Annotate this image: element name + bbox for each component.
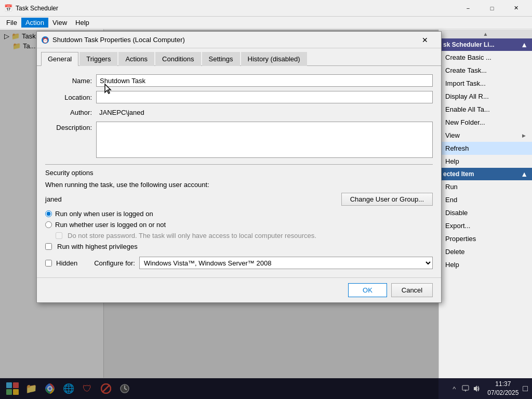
cancel-button[interactable]: Cancel	[391, 283, 433, 297]
minimize-button[interactable]: −	[456, 0, 480, 17]
tab-settings[interactable]: Settings	[202, 52, 240, 66]
security-divider	[45, 164, 433, 165]
clock-date: 07/02/2025	[487, 389, 518, 397]
radio-logged-on-label: Run only when user is logged on	[55, 210, 153, 218]
scroll-up-area: ▲	[439, 30, 532, 38]
properties-dialog: ⏰ Shutdown Task Properties (Local Comput…	[36, 31, 442, 303]
action-help-item[interactable]: Help	[439, 258, 532, 271]
maximize-button[interactable]: □	[480, 0, 504, 17]
tab-actions[interactable]: Actions	[118, 52, 154, 66]
user-account-row: janed Change User or Group...	[45, 193, 433, 206]
radio-logged-on[interactable]	[45, 210, 52, 217]
hidden-label: Hidden	[56, 259, 77, 267]
tab-conditions[interactable]: Conditions	[155, 52, 201, 66]
action-help-scheduler[interactable]: Help	[439, 155, 532, 168]
dialog-close-button[interactable]: ✕	[413, 32, 437, 48]
action-disable[interactable]: Disable	[439, 206, 532, 219]
selected-collapse-icon[interactable]: ▲	[521, 170, 528, 178]
action-refresh[interactable]: Refresh	[439, 142, 532, 155]
dialog-icon: ⏰	[41, 36, 49, 44]
notification-icon[interactable]: □	[523, 384, 528, 393]
actions-section-title: sk Scheduler Li...	[443, 41, 495, 48]
taskbar-right-area: ^ 11:37 07/0	[448, 380, 528, 397]
selected-item-title: ected Item	[443, 170, 474, 178]
actions-section-header[interactable]: sk Scheduler Li... ▲	[439, 38, 532, 51]
no-password-label: Do not store password. The task will onl…	[68, 232, 316, 240]
configure-select[interactable]: Windows Vista™, Windows Server™ 2008 Win…	[139, 257, 433, 269]
no-password-row: Do not store password. The task will onl…	[56, 232, 433, 240]
task-scheduler-actions-section: Create Basic ... Create Task... Import T…	[439, 51, 532, 168]
menu-view[interactable]: View	[48, 18, 71, 28]
window-title: Task Scheduler	[16, 5, 453, 12]
action-delete[interactable]: Delete	[439, 245, 532, 258]
configure-label: Configure for:	[94, 259, 135, 267]
hidden-checkbox[interactable]	[45, 260, 52, 267]
author-label: Author:	[45, 109, 92, 116]
action-properties[interactable]: Properties	[439, 232, 532, 245]
close-button[interactable]: ✕	[504, 0, 528, 17]
tray-monitor-icon[interactable]	[461, 384, 470, 393]
dialog-titlebar: ⏰ Shutdown Task Properties (Local Comput…	[37, 32, 441, 48]
menu-action[interactable]: Action	[21, 18, 48, 28]
radio-whether-logged-row: Run whether user is logged on or not	[45, 221, 433, 229]
action-enable-all[interactable]: Enable All Ta...	[439, 103, 532, 116]
location-label: Location:	[45, 94, 92, 101]
radio-logged-on-row: Run only when user is logged on	[45, 210, 433, 218]
action-end[interactable]: End	[439, 193, 532, 206]
scroll-up-arrow[interactable]: ▲	[483, 31, 488, 37]
highest-priv-row: Run with highest privileges	[45, 243, 433, 250]
description-row: Description:	[45, 122, 433, 158]
app-icon: 📅	[4, 4, 12, 12]
system-tray: ^	[448, 384, 483, 393]
user-account-value: janed	[45, 195, 337, 203]
action-view[interactable]: View	[439, 129, 532, 142]
name-row: Name:	[45, 74, 433, 87]
menu-help[interactable]: Help	[71, 18, 94, 28]
radio-whether-logged-label: Run whether user is logged on or not	[55, 221, 166, 229]
tray-volume-icon[interactable]	[473, 384, 481, 393]
window-controls: − □ ✕	[456, 0, 528, 17]
location-input[interactable]	[96, 91, 433, 103]
menu-file[interactable]: File	[2, 18, 21, 28]
radio-whether-logged[interactable]	[45, 221, 52, 228]
author-row: Author: JANEPC\janed	[45, 108, 433, 117]
highest-priv-checkbox[interactable]	[45, 243, 52, 250]
action-create-basic[interactable]: Create Basic ...	[439, 51, 532, 64]
no-password-checkbox[interactable]	[56, 232, 62, 239]
svg-text:⏰: ⏰	[42, 37, 49, 44]
action-export[interactable]: Export...	[439, 219, 532, 232]
action-new-folder[interactable]: New Folder...	[439, 116, 532, 129]
dialog-title: Shutdown Task Properties (Local Computer…	[52, 36, 410, 44]
menubar: File Action View Help	[0, 17, 532, 29]
action-import-task[interactable]: Import Task...	[439, 77, 532, 90]
change-user-button[interactable]: Change User or Group...	[341, 193, 433, 206]
dialog-footer: OK Cancel	[37, 277, 441, 302]
tray-chevron-icon[interactable]: ^	[450, 384, 458, 393]
author-value: JANEPC\janed	[96, 108, 433, 117]
action-create-task[interactable]: Create Task...	[439, 64, 532, 77]
tab-triggers[interactable]: Triggers	[79, 52, 117, 66]
dialog-tabs: General Triggers Actions Conditions Sett…	[37, 48, 441, 66]
selected-item-actions-section: Run End Disable Export... Properties Del…	[439, 180, 532, 271]
description-label: Description:	[45, 122, 92, 131]
highest-priv-label: Run with highest privileges	[57, 243, 138, 250]
collapse-icon[interactable]: ▲	[521, 41, 528, 49]
desktop: 📅 Task Scheduler − □ ✕ File Action View …	[0, 0, 532, 399]
description-input[interactable]	[96, 122, 433, 158]
security-section-title: Security options	[45, 169, 433, 177]
selected-item-section-header[interactable]: ected Item ▲	[439, 168, 532, 180]
svg-marker-15	[474, 385, 477, 392]
tab-general[interactable]: General	[41, 52, 78, 66]
taskbar-clock[interactable]: 11:37 07/02/2025	[487, 380, 518, 397]
clock-time: 11:37	[487, 380, 518, 389]
action-run[interactable]: Run	[439, 180, 532, 193]
ok-button[interactable]: OK	[348, 283, 387, 297]
tab-history[interactable]: History (disabled)	[241, 52, 307, 66]
right-panel: ▲ sk Scheduler Li... ▲ Create Basic ... …	[438, 30, 532, 378]
location-row: Location:	[45, 91, 433, 103]
user-account-label: When running the task, use the following…	[45, 181, 433, 189]
svg-rect-12	[462, 385, 469, 390]
action-display-all[interactable]: Display All R...	[439, 90, 532, 103]
configure-row: Hidden Configure for: Windows Vista™, Wi…	[45, 257, 433, 269]
name-input[interactable]	[96, 74, 433, 87]
